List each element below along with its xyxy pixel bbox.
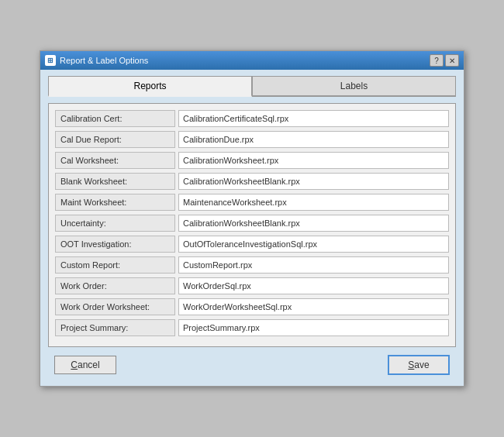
- input-0[interactable]: [178, 110, 449, 127]
- form-row: Blank Worksheet:: [55, 173, 449, 190]
- input-1[interactable]: [178, 131, 449, 148]
- footer: Cancel Save: [48, 347, 456, 378]
- form-row: Uncertainty:: [55, 215, 449, 232]
- form-row: Maint Worksheet:: [55, 194, 449, 211]
- label-6: OOT Investigation:: [55, 236, 175, 253]
- form-row: OOT Investigation:: [55, 236, 449, 253]
- form-row: Calibration Cert:: [55, 110, 449, 127]
- label-4: Maint Worksheet:: [55, 194, 175, 211]
- cancel-button[interactable]: Cancel: [54, 356, 116, 374]
- form-area: Calibration Cert:Cal Due Report:Cal Work…: [48, 103, 456, 347]
- window-icon: ⊞: [45, 55, 56, 66]
- label-2: Cal Worksheet:: [55, 152, 175, 169]
- label-9: Work Order Worksheet:: [55, 298, 175, 315]
- title-bar-left: ⊞ Report & Label Options: [45, 55, 148, 66]
- label-3: Blank Worksheet:: [55, 173, 175, 190]
- save-button[interactable]: Save: [388, 355, 450, 375]
- input-10[interactable]: [178, 319, 449, 336]
- label-1: Cal Due Report:: [55, 131, 175, 148]
- input-2[interactable]: [178, 152, 449, 169]
- help-button[interactable]: ?: [430, 54, 444, 67]
- title-bar: ⊞ Report & Label Options ? ✕: [40, 51, 464, 70]
- dialog-window: ⊞ Report & Label Options ? ✕ Reports Lab…: [40, 50, 464, 387]
- form-row: Cal Worksheet:: [55, 152, 449, 169]
- form-row: Cal Due Report:: [55, 131, 449, 148]
- close-button[interactable]: ✕: [445, 54, 459, 67]
- input-9[interactable]: [178, 298, 449, 315]
- form-row: Work Order Worksheet:: [55, 298, 449, 315]
- form-row: Project Summary:: [55, 319, 449, 336]
- form-row: Work Order:: [55, 277, 449, 294]
- input-4[interactable]: [178, 194, 449, 211]
- window-title: Report & Label Options: [60, 56, 148, 65]
- tab-bar: Reports Labels: [48, 76, 456, 97]
- label-7: Custom Report:: [55, 256, 175, 274]
- label-8: Work Order:: [55, 277, 175, 294]
- tab-reports[interactable]: Reports: [48, 76, 252, 97]
- label-5: Uncertainty:: [55, 215, 175, 232]
- form-row: Custom Report:: [55, 256, 449, 274]
- window-body: Reports Labels Calibration Cert:Cal Due …: [40, 70, 464, 386]
- tab-labels[interactable]: Labels: [252, 76, 456, 95]
- input-7[interactable]: [178, 256, 449, 274]
- input-5[interactable]: [178, 215, 449, 232]
- label-0: Calibration Cert:: [55, 110, 175, 127]
- input-6[interactable]: [178, 236, 449, 253]
- input-8[interactable]: [178, 277, 449, 294]
- input-3[interactable]: [178, 173, 449, 190]
- title-bar-buttons: ? ✕: [430, 54, 459, 67]
- label-10: Project Summary:: [55, 319, 175, 336]
